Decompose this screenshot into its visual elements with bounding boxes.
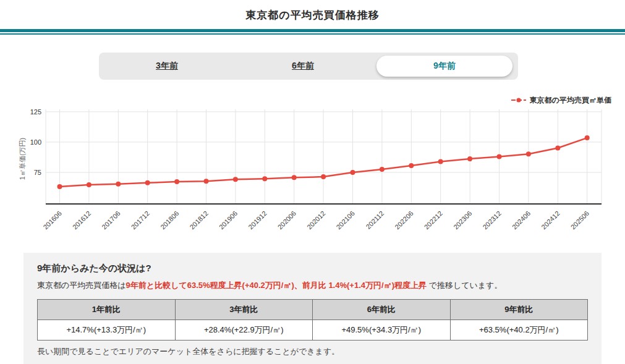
header-6y: 6年前比 [313,300,451,320]
svg-text:202112: 202112 [364,210,385,231]
summary-lead: 東京都の平均売買価格は9年前と比較して63.5%程度上昇(+40.2万円/㎡)、… [37,280,588,291]
header-divider-thick [0,29,625,32]
tab-label: 3年前 [156,61,178,72]
svg-text:201706: 201706 [100,210,121,231]
svg-text:202106: 202106 [334,210,355,231]
value-6y: +49.5%(+34.3万円/㎡) [313,320,451,341]
svg-text:202412: 202412 [540,210,561,231]
summary-note: 長い期間で見ることでエリアのマーケット全体をさらに把握することができます。 [37,346,588,357]
svg-text:100: 100 [30,138,41,146]
svg-text:1㎡単価(万円): 1㎡単価(万円) [19,138,26,180]
header-1y: 1年前比 [38,300,176,320]
chart-legend: 東京都の平均売買㎡単価 [0,95,625,106]
table-value-row: +14.7%(+13.3万円/㎡) +28.4%(+22.9万円/㎡) +49.… [38,320,588,341]
svg-text:201606: 201606 [41,210,62,231]
period-tab-bar: 3年前 6年前 9年前 [99,53,518,80]
table-header-row: 1年前比 3年前比 6年前比 9年前比 [38,300,588,320]
page-title: 東京都の平均売買価格推移 [0,8,625,22]
lead-tail: で推移しています。 [427,281,502,290]
svg-text:201812: 201812 [188,210,209,231]
svg-text:201912: 201912 [247,210,268,231]
lead-plain: 東京都の平均売買価格は [37,281,126,290]
value-3y: +28.4%(+22.9万円/㎡) [175,320,313,341]
svg-text:202006: 202006 [276,210,297,231]
svg-text:202206: 202206 [393,210,414,231]
svg-text:201806: 201806 [159,210,180,231]
header-9y: 9年前比 [450,300,588,320]
comparison-table: 1年前比 3年前比 6年前比 9年前比 +14.7%(+13.3万円/㎡) +2… [37,299,588,341]
tab-3-years-ago[interactable]: 3年前 [99,53,235,80]
svg-text:202406: 202406 [511,210,532,231]
page-header: 東京都の平均売買価格推移 [0,0,625,35]
svg-text:202506: 202506 [569,210,590,231]
svg-text:201712: 201712 [130,210,151,231]
svg-text:201612: 201612 [71,210,92,231]
svg-text:202312: 202312 [481,210,502,231]
tab-6-years-ago[interactable]: 6年前 [235,53,371,80]
lead-highlight: 9年前と比較して63.5%程度上昇(+40.2万円/㎡)、前月比 1.4%(+1… [126,281,427,290]
price-chart-svg: 751001251㎡単価(万円)201606201612201706201712… [17,108,605,235]
summary-box: 9年前からみた今の状況は? 東京都の平均売買価格は9年前と比較して63.5%程度… [23,253,602,364]
header-divider-thin [0,33,625,35]
svg-text:125: 125 [30,108,41,116]
value-1y: +14.7%(+13.3万円/㎡) [38,320,176,341]
line-series-marker-icon [511,97,526,103]
tab-label: 9年前 [433,61,456,72]
tab-label: 6年前 [292,61,314,72]
value-9y: +63.5%(+40.2万円/㎡) [450,320,588,341]
svg-text:201906: 201906 [218,210,239,231]
summary-heading: 9年前からみた今の状況は? [37,263,588,274]
price-trend-chart: 751001251㎡単価(万円)201606201612201706201712… [17,108,625,237]
svg-text:202306: 202306 [452,210,473,231]
svg-text:202212: 202212 [423,210,444,231]
tab-9-years-ago[interactable]: 9年前 [376,56,512,77]
legend-label: 東京都の平均売買㎡単価 [530,95,611,106]
svg-text:75: 75 [34,169,41,176]
header-3y: 3年前比 [175,300,313,320]
svg-text:202012: 202012 [305,210,326,231]
